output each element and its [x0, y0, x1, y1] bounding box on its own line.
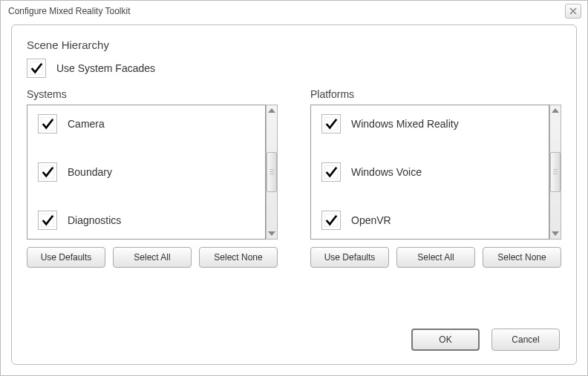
systems-button-row: Use Defaults Select All Select None	[27, 247, 278, 268]
scroll-thumb[interactable]	[267, 152, 277, 192]
platforms-select-all-button[interactable]: Select All	[396, 247, 475, 268]
check-icon	[324, 165, 338, 179]
check-icon	[324, 214, 338, 227]
list-item: Boundary	[38, 162, 255, 182]
systems-use-defaults-button[interactable]: Use Defaults	[27, 247, 105, 268]
facades-checkbox[interactable]	[27, 59, 46, 78]
platforms-select-none-button[interactable]: Select None	[483, 247, 561, 268]
facades-row: Use System Facades	[27, 59, 561, 78]
window-title: Configure Mixed Reality Toolkit	[8, 6, 131, 16]
chevron-down-icon	[552, 231, 559, 236]
platforms-column: Platforms Windows Mixed Reality	[310, 88, 561, 268]
scroll-thumb[interactable]	[550, 152, 561, 192]
list-item: Camera	[38, 114, 255, 133]
platforms-item-wmr-checkbox[interactable]	[321, 114, 341, 133]
check-icon	[41, 117, 54, 131]
platforms-button-row: Use Defaults Select All Select None	[310, 247, 561, 268]
systems-item-diagnostics-checkbox[interactable]	[38, 211, 57, 230]
systems-item-camera-checkbox[interactable]	[38, 114, 57, 133]
list-item: OpenVR	[321, 211, 538, 230]
systems-select-none-button[interactable]: Select None	[199, 247, 278, 268]
dialog-window: Configure Mixed Reality Toolkit Scene Hi…	[0, 0, 588, 376]
chevron-down-icon	[268, 231, 275, 236]
systems-scrollbar[interactable]	[266, 105, 278, 240]
platforms-item-voice-checkbox[interactable]	[321, 162, 341, 182]
columns: Systems Camera Boun	[27, 88, 561, 268]
titlebar: Configure Mixed Reality Toolkit	[1, 1, 587, 22]
list-item: Windows Voice	[321, 162, 538, 182]
close-button[interactable]	[565, 4, 581, 19]
systems-listbox-wrap: Camera Boundary Diagnostic	[27, 105, 278, 240]
platforms-item-openvr-label: OpenVR	[351, 214, 391, 226]
list-item: Windows Mixed Reality	[321, 114, 538, 133]
systems-item-camera-label: Camera	[68, 118, 105, 130]
platforms-item-openvr-checkbox[interactable]	[321, 211, 341, 230]
platforms-listbox: Windows Mixed Reality Windows Voice	[310, 105, 549, 240]
platforms-listbox-wrap: Windows Mixed Reality Windows Voice	[310, 105, 561, 240]
platforms-item-wmr-label: Windows Mixed Reality	[351, 118, 459, 130]
systems-item-boundary-checkbox[interactable]	[38, 162, 57, 182]
facades-label: Use System Facades	[56, 62, 155, 74]
systems-column: Systems Camera Boun	[27, 88, 278, 268]
chevron-up-icon	[552, 108, 559, 113]
dialog-footer: OK Cancel	[411, 329, 560, 351]
ok-button[interactable]: OK	[411, 329, 480, 351]
cancel-button[interactable]: Cancel	[491, 329, 560, 351]
platforms-item-voice-label: Windows Voice	[351, 166, 422, 178]
systems-heading: Systems	[27, 88, 278, 100]
systems-listbox: Camera Boundary Diagnostic	[27, 105, 266, 240]
check-icon	[324, 117, 338, 131]
systems-item-boundary-label: Boundary	[68, 166, 112, 178]
chevron-up-icon	[268, 108, 275, 113]
close-icon	[569, 7, 577, 15]
systems-select-all-button[interactable]: Select All	[113, 247, 192, 268]
scene-heading: Scene Hierarchy	[27, 39, 561, 51]
platforms-heading: Platforms	[310, 88, 561, 100]
systems-item-diagnostics-label: Diagnostics	[68, 214, 121, 226]
platforms-scrollbar[interactable]	[549, 105, 561, 240]
content-panel: Scene Hierarchy Use System Facades Syste…	[11, 24, 577, 365]
check-icon	[30, 62, 43, 75]
check-icon	[41, 214, 54, 227]
check-icon	[41, 165, 54, 179]
list-item: Diagnostics	[38, 211, 255, 230]
platforms-use-defaults-button[interactable]: Use Defaults	[310, 247, 389, 268]
